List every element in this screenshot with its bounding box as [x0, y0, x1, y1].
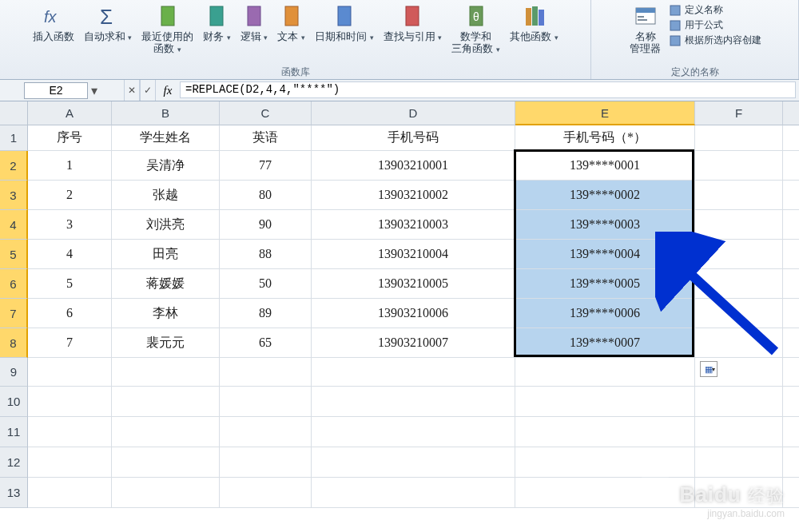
cell-D3[interactable]: 13903210002 [312, 181, 515, 210]
cell-D13[interactable] [312, 478, 515, 508]
cell-B7[interactable]: 李林 [112, 299, 220, 328]
cell-C7[interactable]: 89 [220, 299, 312, 328]
cell-C4[interactable]: 90 [220, 210, 312, 240]
cell-C5[interactable]: 88 [220, 240, 312, 269]
cell-B6[interactable]: 蒋媛媛 [112, 269, 220, 299]
use-in-formula-button[interactable]: 用于公式 [669, 18, 761, 32]
cell-A2[interactable]: 1 [28, 151, 112, 181]
enter-formula-button[interactable]: ✓ [140, 80, 156, 101]
datetime-button[interactable]: 日期和时间 ▾ [310, 2, 379, 65]
cell-D10[interactable] [312, 387, 515, 417]
logical-button[interactable]: 逻辑 ▾ [236, 2, 273, 65]
cell-A9[interactable] [28, 358, 112, 387]
cell-F12[interactable] [695, 447, 783, 478]
cell-G3[interactable] [783, 181, 799, 210]
cell-G9[interactable] [783, 358, 799, 387]
cell-D1[interactable]: 手机号码 [312, 125, 515, 151]
cell-C8[interactable]: 65 [220, 328, 312, 358]
cell-E6[interactable]: 139****0005 [515, 269, 695, 299]
cell-C12[interactable] [220, 447, 312, 478]
cell-G6[interactable] [783, 269, 799, 299]
cell-D7[interactable]: 13903210006 [312, 299, 515, 328]
cell-D9[interactable] [312, 358, 515, 387]
row-header-7[interactable]: 7 [0, 299, 28, 328]
cell-G1[interactable] [783, 125, 799, 151]
cell-E10[interactable] [515, 387, 695, 417]
cell-B3[interactable]: 张越 [112, 181, 220, 210]
cell-F4[interactable] [695, 210, 783, 240]
row-header-1[interactable]: 1 [0, 125, 28, 151]
cell-D5[interactable]: 13903210004 [312, 240, 515, 269]
row-header-11[interactable]: 11 [0, 417, 28, 447]
cell-A13[interactable] [28, 478, 112, 508]
cell-A10[interactable] [28, 387, 112, 417]
row-header-10[interactable]: 10 [0, 387, 28, 417]
col-header-F[interactable]: F [695, 101, 783, 125]
cell-E2[interactable]: 139****0001 [515, 151, 695, 181]
name-box-dropdown[interactable]: ▾ [88, 83, 101, 98]
cell-B5[interactable]: 田亮 [112, 240, 220, 269]
row-header-6[interactable]: 6 [0, 269, 28, 299]
cell-E4[interactable]: 139****0003 [515, 210, 695, 240]
cell-F7[interactable] [695, 299, 783, 328]
cell-F1[interactable] [695, 125, 783, 151]
cell-A12[interactable] [28, 447, 112, 478]
cell-G5[interactable] [783, 240, 799, 269]
more-button[interactable]: 其他函数 ▾ [505, 2, 563, 65]
cell-A8[interactable]: 7 [28, 328, 112, 358]
cell-G8[interactable] [783, 328, 799, 358]
row-header-5[interactable]: 5 [0, 240, 28, 269]
cell-C9[interactable] [220, 358, 312, 387]
cell-G4[interactable] [783, 210, 799, 240]
cell-C1[interactable]: 英语 [220, 125, 312, 151]
cell-G10[interactable] [783, 387, 799, 417]
cell-B13[interactable] [112, 478, 220, 508]
autofill-options-button[interactable]: ▦ [700, 361, 718, 377]
cell-A4[interactable]: 3 [28, 210, 112, 240]
cell-E3[interactable]: 139****0002 [515, 181, 695, 210]
cell-D12[interactable] [312, 447, 515, 478]
cell-B4[interactable]: 刘洪亮 [112, 210, 220, 240]
cell-C10[interactable] [220, 387, 312, 417]
cell-G13[interactable] [783, 478, 799, 508]
name-manager-button[interactable]: 名称 管理器 [625, 2, 666, 65]
cell-G11[interactable] [783, 417, 799, 447]
cell-F11[interactable] [695, 417, 783, 447]
cell-A6[interactable]: 5 [28, 269, 112, 299]
row-header-9[interactable]: 9 [0, 358, 28, 387]
cell-E8[interactable]: 139****0007 [515, 328, 695, 358]
cell-D6[interactable]: 13903210005 [312, 269, 515, 299]
cell-C13[interactable] [220, 478, 312, 508]
text-button[interactable]: 文本 ▾ [272, 2, 310, 65]
formula-input[interactable]: =REPLACE(D2,4,4,"****") [180, 81, 796, 98]
col-header-E[interactable]: E [515, 101, 695, 125]
select-all-corner[interactable] [0, 101, 28, 125]
cell-F3[interactable] [695, 181, 783, 210]
insert-fn-button[interactable]: fx插入函数 [28, 2, 79, 65]
fx-icon[interactable]: fx [156, 84, 180, 97]
col-header-A[interactable]: A [28, 101, 112, 125]
cell-B12[interactable] [112, 447, 220, 478]
name-box[interactable]: E2 [24, 82, 88, 99]
cell-D4[interactable]: 13903210003 [312, 210, 515, 240]
cell-C2[interactable]: 77 [220, 151, 312, 181]
row-header-12[interactable]: 12 [0, 447, 28, 478]
cell-B10[interactable] [112, 387, 220, 417]
cell-B8[interactable]: 裴元元 [112, 328, 220, 358]
col-header-G[interactable]: G [783, 101, 799, 125]
cell-F6[interactable] [695, 269, 783, 299]
row-header-13[interactable]: 13 [0, 478, 28, 508]
cell-C11[interactable] [220, 417, 312, 447]
col-header-D[interactable]: D [312, 101, 515, 125]
math-button[interactable]: θ数学和 三角函数 ▾ [447, 2, 505, 65]
cell-D11[interactable] [312, 417, 515, 447]
cell-F2[interactable] [695, 151, 783, 181]
row-header-3[interactable]: 3 [0, 181, 28, 210]
cell-E9[interactable] [515, 358, 695, 387]
cell-B2[interactable]: 吴清净 [112, 151, 220, 181]
cell-E11[interactable] [515, 417, 695, 447]
lookup-button[interactable]: 查找与引用 ▾ [379, 2, 447, 65]
cell-E7[interactable]: 139****0006 [515, 299, 695, 328]
autosum-button[interactable]: Σ自动求和 ▾ [79, 2, 137, 65]
cell-C6[interactable]: 50 [220, 269, 312, 299]
